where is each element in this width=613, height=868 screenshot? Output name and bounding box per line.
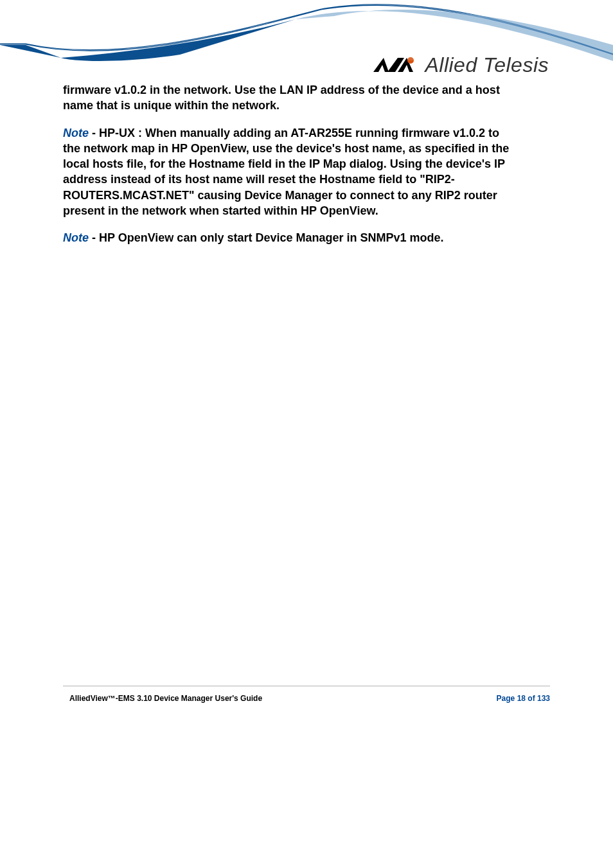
footer-doc-title: AlliedView™-EMS 3.10 Device Manager User… xyxy=(69,694,262,703)
footer-page-number: Page 18 of 133 xyxy=(497,694,550,703)
paragraph-2-text: - HP-UX : When manually adding an AT-AR2… xyxy=(63,127,509,217)
note-label: Note xyxy=(63,231,89,244)
footer-rule xyxy=(63,686,550,687)
paragraph-2: Note - HP-UX : When manually adding an A… xyxy=(63,125,516,219)
allied-telesis-mark-icon xyxy=(373,57,418,75)
note-label: Note xyxy=(63,127,89,139)
paragraph-3-text: - HP OpenView can only start Device Mana… xyxy=(89,231,444,244)
page: Allied Telesis firmware v1.0.2 in the ne… xyxy=(0,0,613,868)
brand-logo: Allied Telesis xyxy=(373,53,549,77)
brand-name: Allied Telesis xyxy=(425,53,549,77)
svg-marker-0 xyxy=(373,58,389,72)
page-content: firmware v1.0.2 in the network. Use the … xyxy=(63,82,516,258)
page-footer: AlliedView™-EMS 3.10 Device Manager User… xyxy=(69,694,550,703)
paragraph-1: firmware v1.0.2 in the network. Use the … xyxy=(63,82,516,114)
paragraph-3: Note - HP OpenView can only start Device… xyxy=(63,230,516,245)
